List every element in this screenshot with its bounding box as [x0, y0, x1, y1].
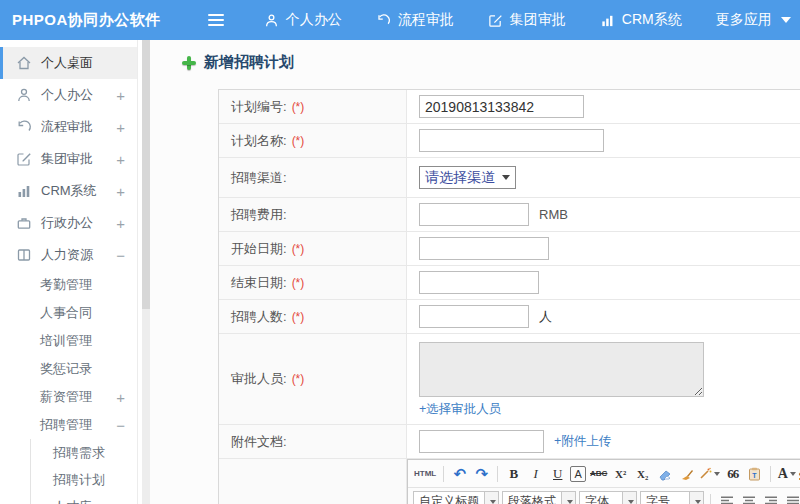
blockquote-button[interactable]: 66	[723, 463, 742, 484]
sidebar-item-talent-pool[interactable]: 人才库	[31, 493, 137, 504]
caret-down-icon	[714, 472, 720, 476]
channel-select[interactable]: 请选择渠道	[419, 166, 516, 189]
clean-format-brush-icon[interactable]	[677, 463, 696, 484]
underline-button[interactable]: U	[548, 463, 567, 484]
sidebar-item-recruit-demand[interactable]: 招聘需求	[31, 439, 137, 466]
bar-chart-icon	[600, 13, 615, 28]
upload-attachment-link[interactable]: +附件上传	[554, 433, 611, 450]
align-justify-icon[interactable]	[783, 491, 800, 504]
form-row-end-date: 结束日期: (*)	[219, 266, 800, 300]
plan-no-input[interactable]	[419, 95, 584, 118]
undo-icon[interactable]: ↶	[450, 463, 469, 484]
nav-more-apps[interactable]: 更多应用	[716, 11, 791, 29]
expand-icon[interactable]: +	[116, 389, 125, 406]
paste-as-text-icon[interactable]: T	[745, 463, 764, 484]
expand-icon[interactable]: +	[116, 87, 125, 104]
choose-approver-link[interactable]: +选择审批人员	[419, 401, 501, 418]
sidebar-item-attendance[interactable]: 考勤管理	[0, 271, 137, 299]
bold-button[interactable]: B	[504, 463, 523, 484]
caret-down-icon	[567, 500, 573, 504]
caret-down-icon	[781, 17, 791, 23]
workflow-icon	[16, 119, 32, 135]
form-row-approver: 审批人员: (*) +选择审批人员	[219, 334, 800, 425]
hamburger-menu-icon[interactable]	[208, 14, 224, 26]
attachment-input[interactable]	[419, 430, 544, 453]
html-source-button[interactable]: HTML	[413, 463, 437, 484]
collapse-icon[interactable]: −	[116, 417, 125, 434]
sidebar-item-hr[interactable]: 人力资源 −	[0, 239, 137, 271]
field-label: 审批人员:	[231, 370, 287, 388]
align-right-icon[interactable]	[761, 491, 780, 504]
font-style-button[interactable]: A	[570, 466, 586, 482]
sidebar-item-hr-contract[interactable]: 人事合同	[0, 299, 137, 327]
format-painter-icon[interactable]	[699, 463, 720, 484]
scrollbar-thumb[interactable]	[142, 40, 150, 309]
field-label: 计划编号:	[231, 98, 287, 116]
align-left-icon[interactable]	[717, 491, 736, 504]
collapse-icon[interactable]: −	[116, 247, 125, 264]
caret-down-icon	[628, 500, 634, 504]
required-mark: (*)	[292, 276, 305, 290]
fee-input[interactable]	[419, 203, 529, 226]
sidebar-item-training[interactable]: 培训管理	[0, 327, 137, 355]
superscript-button[interactable]: X²	[611, 463, 630, 484]
sidebar-item-salary[interactable]: 薪资管理 +	[0, 383, 137, 411]
sidebar-item-desktop[interactable]: 个人桌面	[0, 47, 137, 79]
expand-icon[interactable]: +	[116, 215, 125, 232]
briefcase-icon	[16, 215, 32, 231]
redo-icon[interactable]: ↷	[472, 463, 491, 484]
expand-icon[interactable]: +	[116, 119, 125, 136]
bar-chart-icon	[16, 183, 32, 199]
subscript-button[interactable]: X₂	[633, 463, 652, 484]
sidebar-item-crm[interactable]: CRM系统 +	[0, 175, 137, 207]
nav-personal-office[interactable]: 个人办公	[264, 11, 342, 29]
font-color-button[interactable]: A	[777, 463, 796, 484]
required-mark: (*)	[292, 134, 305, 148]
nav-workflow-approval[interactable]: 流程审批	[376, 11, 454, 29]
eraser-icon[interactable]	[655, 463, 674, 484]
sidebar-item-recruit-plan[interactable]: 招聘计划	[31, 466, 137, 493]
page-body: 个人桌面 个人办公 + 流程审批 + 集团审批	[0, 40, 800, 504]
caret-down-icon	[502, 175, 510, 180]
book-icon	[16, 247, 32, 263]
required-mark: (*)	[292, 242, 305, 256]
end-date-input[interactable]	[419, 271, 539, 294]
form-row-fee: 招聘费用: RMB	[219, 198, 800, 232]
form-row-headcount: 招聘人数: (*) 人	[219, 300, 800, 334]
start-date-input[interactable]	[419, 237, 549, 260]
recruit-submenu: 招聘需求 招聘计划 人才库	[30, 439, 137, 504]
app-header: PHPOA协同办公软件 个人办公 流程审批 集团审批	[0, 0, 800, 40]
sidebar-item-personal-office[interactable]: 个人办公 +	[0, 79, 137, 111]
required-mark: (*)	[292, 372, 305, 386]
fee-unit: RMB	[539, 207, 568, 222]
expand-icon[interactable]: +	[116, 151, 125, 168]
edit-icon	[488, 13, 503, 28]
italic-button[interactable]: I	[526, 463, 545, 484]
sidebar-item-recruit-mgmt[interactable]: 招聘管理 −	[0, 411, 137, 439]
field-label: 计划名称:	[231, 132, 287, 150]
person-icon	[264, 13, 279, 28]
sidebar-item-workflow-approval[interactable]: 流程审批 +	[0, 111, 137, 143]
font-size-dropdown[interactable]: 字号	[640, 491, 704, 504]
nav-crm-system[interactable]: CRM系统	[600, 11, 682, 29]
sidebar-item-group-approval[interactable]: 集团审批 +	[0, 143, 137, 175]
align-center-icon[interactable]	[739, 491, 758, 504]
paragraph-format-dropdown[interactable]: 段落格式	[502, 491, 576, 504]
nav-label: CRM系统	[622, 11, 682, 29]
field-label: 招聘渠道:	[231, 169, 287, 187]
sidebar-item-label: 行政办公	[41, 214, 116, 232]
editor-toolbar-row1: HTML ↶ ↷ B I U A ABC X² X₂	[408, 460, 800, 488]
nav-group-approval[interactable]: 集团审批	[488, 11, 566, 29]
sidebar-item-rewards[interactable]: 奖惩记录	[0, 355, 137, 383]
expand-icon[interactable]: +	[116, 183, 125, 200]
approver-textarea[interactable]	[419, 342, 704, 397]
font-family-dropdown[interactable]: 字体	[579, 491, 637, 504]
plan-name-input[interactable]	[419, 129, 604, 152]
strikethrough-button[interactable]: ABC	[589, 463, 608, 484]
headcount-input[interactable]	[419, 305, 529, 328]
field-label: 开始日期:	[231, 240, 287, 258]
sidebar-item-admin-office[interactable]: 行政办公 +	[0, 207, 137, 239]
custom-heading-dropdown[interactable]: 自定义标题	[413, 491, 499, 504]
sidebar-item-label: 个人桌面	[41, 54, 125, 72]
caret-down-icon	[695, 500, 701, 504]
